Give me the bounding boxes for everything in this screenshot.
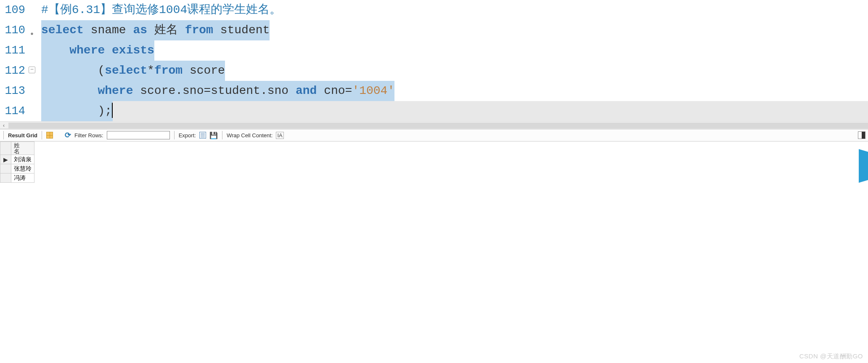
code-line[interactable]: 112− (select*from score — [0, 61, 868, 81]
line-number: 114 — [0, 101, 29, 121]
fold-toggle-icon[interactable]: − — [29, 67, 35, 73]
row-selector[interactable]: ▶ — [0, 155, 11, 164]
results-area: 姓 名▶刘清泉张慧玲冯涛 — [0, 141, 868, 183]
wrap-icon[interactable]: IA — [276, 132, 283, 139]
token: where — [69, 44, 105, 57]
token: cno — [317, 84, 345, 97]
code-content[interactable]: where score.sno=student.sno and cno='100… — [41, 81, 868, 101]
code-content[interactable]: ); — [41, 101, 868, 121]
token: exists — [112, 44, 154, 57]
token: select — [41, 24, 84, 37]
grid-icon[interactable] — [46, 132, 53, 139]
line-number: 111 — [0, 40, 29, 61]
token: ); — [98, 104, 112, 117]
results-table[interactable]: 姓 名▶刘清泉张慧玲冯涛 — [0, 141, 34, 183]
token: student — [213, 24, 270, 37]
token: from — [185, 24, 213, 37]
code-line[interactable]: 111 where exists — [0, 40, 868, 61]
token — [41, 84, 98, 97]
scroll-left-icon[interactable]: ‹ — [0, 122, 8, 129]
token: score.sno — [133, 84, 204, 97]
column-header[interactable]: 姓 名 — [11, 142, 34, 155]
code-content[interactable]: #【例6.31】查询选修1004课程的学生姓名。 — [41, 0, 868, 20]
token: where — [98, 84, 133, 97]
line-number: 110 — [0, 20, 29, 40]
token — [41, 44, 69, 57]
cell-name[interactable]: 刘清泉 — [11, 155, 34, 164]
wrap-label: Wrap Cell Content: — [227, 132, 273, 139]
cell-name[interactable]: 冯涛 — [11, 173, 34, 183]
row-selector[interactable] — [0, 164, 11, 173]
token: student.sno — [211, 84, 296, 97]
token: = — [204, 84, 211, 97]
token: score — [183, 64, 225, 77]
execute-marker-icon: • — [29, 24, 34, 45]
side-tab[interactable] — [859, 149, 868, 183]
line-number: 112 — [0, 61, 29, 81]
token: = — [345, 84, 352, 97]
table-row[interactable]: 冯涛 — [0, 173, 34, 183]
panel-toggle-icon[interactable] — [858, 131, 865, 139]
line-number: 113 — [0, 81, 29, 101]
sql-editor[interactable]: 109#【例6.31】查询选修1004课程的学生姓名。110•select sn… — [0, 0, 868, 121]
cell-name[interactable]: 张慧玲 — [11, 164, 34, 173]
line-number: 109 — [0, 0, 29, 20]
code-content[interactable]: select sname as 姓名 from student — [41, 20, 868, 40]
filter-rows-input[interactable] — [107, 131, 170, 139]
refresh-icon[interactable]: ⟳ — [65, 131, 71, 140]
token: ( — [98, 64, 105, 77]
row-selector[interactable] — [0, 173, 11, 183]
token: * — [147, 64, 154, 77]
token: 姓名 — [147, 24, 185, 37]
row-header-blank — [0, 142, 11, 155]
token: and — [296, 84, 317, 97]
text-cursor — [112, 103, 113, 118]
result-grid-label: Result Grid — [8, 132, 37, 139]
watermark: CSDN @天道酬勤GO — [799, 352, 863, 360]
code-line[interactable]: 114 ); — [0, 101, 868, 121]
table-row[interactable]: ▶刘清泉 — [0, 155, 34, 164]
code-content[interactable]: (select*from score — [41, 61, 868, 81]
token: sname — [84, 24, 133, 37]
export-grid-icon[interactable] — [199, 132, 206, 139]
code-line[interactable]: 109#【例6.31】查询选修1004课程的学生姓名。 — [0, 0, 868, 20]
token — [41, 64, 98, 77]
token — [41, 104, 98, 117]
token: from — [154, 64, 183, 77]
token: as — [133, 24, 147, 37]
save-icon[interactable]: 💾 — [209, 131, 218, 139]
horizontal-scrollbar[interactable]: ‹ — [0, 121, 868, 129]
filter-rows-label: Filter Rows: — [74, 132, 103, 139]
code-content[interactable]: where exists — [41, 40, 868, 61]
scroll-track[interactable] — [8, 123, 868, 128]
code-line[interactable]: 113 where score.sno=student.sno and cno=… — [0, 81, 868, 101]
token: #【例6.31】查询选修1004课程的学生姓名。 — [41, 3, 281, 16]
table-row[interactable]: 张慧玲 — [0, 164, 34, 173]
token: '1004' — [352, 84, 394, 97]
token: select — [105, 64, 147, 77]
token — [105, 44, 112, 57]
export-label: Export: — [179, 132, 196, 139]
results-toolbar: Result Grid ⟳ Filter Rows: Export: 💾 Wra… — [0, 129, 868, 141]
code-line[interactable]: 110•select sname as 姓名 from student — [0, 20, 868, 40]
